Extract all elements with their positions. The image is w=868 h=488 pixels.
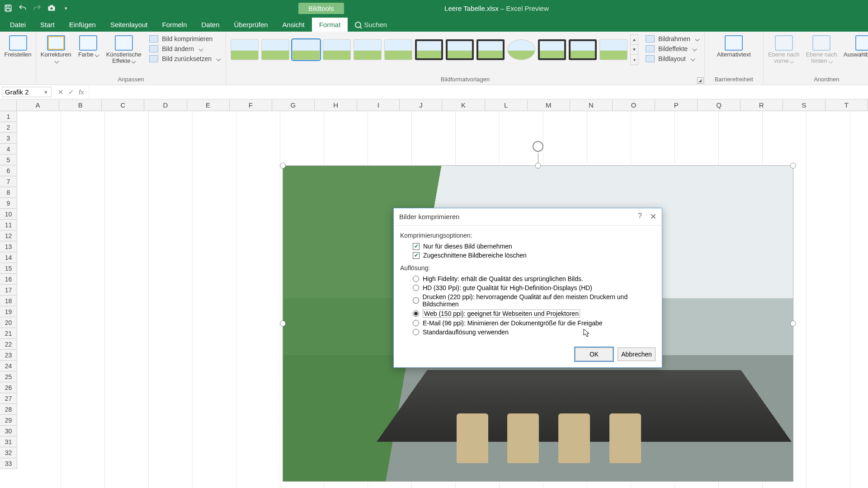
gallery-down-icon[interactable]: ▼ bbox=[631, 45, 638, 55]
column-header[interactable]: N bbox=[570, 99, 613, 111]
row-header[interactable]: 13 bbox=[0, 241, 17, 252]
column-header[interactable]: L bbox=[485, 99, 528, 111]
row-header[interactable]: 6 bbox=[0, 165, 17, 176]
ok-button[interactable]: OK bbox=[575, 347, 613, 361]
style-thumb-13[interactable] bbox=[599, 39, 627, 60]
column-header[interactable]: P bbox=[655, 99, 698, 111]
style-thumb-4[interactable] bbox=[323, 39, 351, 60]
row-header[interactable]: 21 bbox=[0, 328, 17, 339]
column-header[interactable]: Q bbox=[698, 99, 740, 111]
row-header[interactable]: 14 bbox=[0, 252, 17, 263]
row-header[interactable]: 26 bbox=[0, 382, 17, 393]
bildrahmen-button[interactable]: Bildrahmen bbox=[644, 34, 701, 43]
row-header[interactable]: 1 bbox=[0, 111, 17, 122]
row-header[interactable]: 33 bbox=[0, 458, 17, 469]
column-header[interactable]: I bbox=[357, 99, 400, 111]
row-header[interactable]: 12 bbox=[0, 230, 17, 241]
help-icon[interactable]: ? bbox=[638, 212, 642, 221]
row-header[interactable]: 16 bbox=[0, 274, 17, 285]
tab-daten[interactable]: Daten bbox=[194, 18, 227, 32]
save-icon[interactable] bbox=[4, 4, 13, 13]
cancel-formula-icon[interactable]: ✕ bbox=[58, 88, 64, 96]
column-header[interactable]: K bbox=[442, 99, 485, 111]
row-header[interactable]: 25 bbox=[0, 371, 17, 382]
column-header[interactable]: O bbox=[613, 99, 655, 111]
column-header[interactable]: B bbox=[59, 99, 102, 111]
kuenstlerische-effekte-button[interactable]: Künstlerische Effekte bbox=[104, 33, 144, 65]
column-header[interactable]: M bbox=[528, 99, 570, 111]
radio-hd-330[interactable]: HD (330 Ppi): gute Qualität für High-Def… bbox=[400, 283, 656, 292]
row-header[interactable]: 20 bbox=[0, 317, 17, 328]
checkbox-only-this-picture[interactable]: ✔Nur für dieses Bild übernehmen bbox=[400, 242, 656, 251]
resize-handle[interactable] bbox=[535, 163, 541, 169]
style-thumb-5[interactable] bbox=[354, 39, 382, 60]
korrekturen-button[interactable]: Korrekturen bbox=[39, 33, 73, 65]
row-header[interactable]: 27 bbox=[0, 393, 17, 404]
bildeffekte-button[interactable]: Bildeffekte bbox=[644, 44, 701, 53]
style-thumb-3[interactable] bbox=[292, 39, 320, 60]
enter-formula-icon[interactable]: ✓ bbox=[68, 88, 74, 96]
resize-handle[interactable] bbox=[790, 163, 796, 169]
auswahlbereich-button[interactable]: Auswahlbereich bbox=[842, 33, 868, 58]
column-header[interactable]: A bbox=[17, 99, 59, 111]
column-header[interactable]: T bbox=[826, 99, 868, 111]
tab-ansicht[interactable]: Ansicht bbox=[275, 18, 312, 32]
row-header[interactable]: 9 bbox=[0, 198, 17, 209]
row-header[interactable]: 10 bbox=[0, 209, 17, 220]
style-thumb-12[interactable] bbox=[569, 39, 597, 60]
resize-handle[interactable] bbox=[280, 163, 286, 169]
column-header[interactable]: G bbox=[272, 99, 315, 111]
row-header[interactable]: 5 bbox=[0, 155, 17, 165]
freistellen-button[interactable]: Freistellen bbox=[3, 33, 33, 58]
tab-seitenlayout[interactable]: Seitenlayout bbox=[103, 18, 155, 32]
column-header[interactable]: J bbox=[400, 99, 442, 111]
row-header[interactable]: 8 bbox=[0, 187, 17, 198]
qat-more-icon[interactable]: ▾ bbox=[61, 4, 71, 13]
row-header[interactable]: 29 bbox=[0, 415, 17, 426]
style-thumb-7[interactable] bbox=[415, 39, 443, 60]
tab-formeln[interactable]: Formeln bbox=[155, 18, 194, 32]
ebene-nach-vorne-button[interactable]: Ebene nach vorne bbox=[766, 33, 802, 65]
style-thumb-9[interactable] bbox=[476, 39, 505, 60]
row-header[interactable]: 7 bbox=[0, 176, 17, 187]
resize-handle[interactable] bbox=[790, 321, 796, 327]
column-header[interactable]: C bbox=[102, 99, 144, 111]
style-thumb-10[interactable] bbox=[507, 39, 535, 60]
row-header[interactable]: 17 bbox=[0, 285, 17, 296]
row-header[interactable]: 11 bbox=[0, 220, 17, 230]
row-header[interactable]: 32 bbox=[0, 447, 17, 458]
style-thumb-2[interactable] bbox=[261, 39, 289, 60]
style-thumb-6[interactable] bbox=[384, 39, 412, 60]
bild-zuruecksetzen-button[interactable]: Bild zurücksetzen bbox=[147, 54, 222, 63]
column-header[interactable]: H bbox=[315, 99, 357, 111]
resize-handle[interactable] bbox=[280, 321, 286, 327]
radio-default-resolution[interactable]: Standardauflösung verwenden bbox=[400, 328, 656, 337]
tab-ueberpruefen[interactable]: Überprüfen bbox=[227, 18, 275, 32]
column-header[interactable]: F bbox=[230, 99, 272, 111]
tab-suchen[interactable]: Suchen bbox=[348, 18, 394, 32]
row-header[interactable]: 22 bbox=[0, 339, 17, 350]
column-header[interactable]: E bbox=[187, 99, 230, 111]
tab-datei[interactable]: Datei bbox=[3, 18, 33, 32]
radio-email-96[interactable]: E-Mail (96 ppi): Minimieren der Dokument… bbox=[400, 319, 656, 328]
camera-icon[interactable] bbox=[47, 4, 56, 13]
name-box[interactable]: Grafik 2▼ bbox=[2, 87, 52, 97]
row-header[interactable]: 19 bbox=[0, 306, 17, 317]
select-all-corner[interactable] bbox=[0, 99, 17, 111]
radio-high-fidelity[interactable]: High Fidelity: erhält die Qualität des u… bbox=[400, 274, 656, 283]
column-header[interactable]: R bbox=[741, 99, 783, 111]
tab-format[interactable]: Format bbox=[312, 18, 348, 32]
gallery-more-icon[interactable]: ▾ bbox=[631, 55, 638, 65]
farbe-button[interactable]: Farbe bbox=[75, 33, 101, 58]
column-header[interactable]: S bbox=[783, 99, 826, 111]
redo-icon[interactable] bbox=[33, 4, 42, 13]
formula-input[interactable] bbox=[89, 85, 868, 99]
ebene-nach-hinten-button[interactable]: Ebene nach hinten bbox=[804, 33, 840, 65]
tab-start[interactable]: Start bbox=[33, 18, 62, 32]
row-header[interactable]: 2 bbox=[0, 122, 17, 133]
style-thumb-8[interactable] bbox=[446, 39, 474, 60]
row-header[interactable]: 31 bbox=[0, 436, 17, 447]
row-header[interactable]: 24 bbox=[0, 361, 17, 371]
cancel-button[interactable]: Abbrechen bbox=[618, 347, 656, 361]
rotate-handle-icon[interactable] bbox=[533, 141, 543, 152]
